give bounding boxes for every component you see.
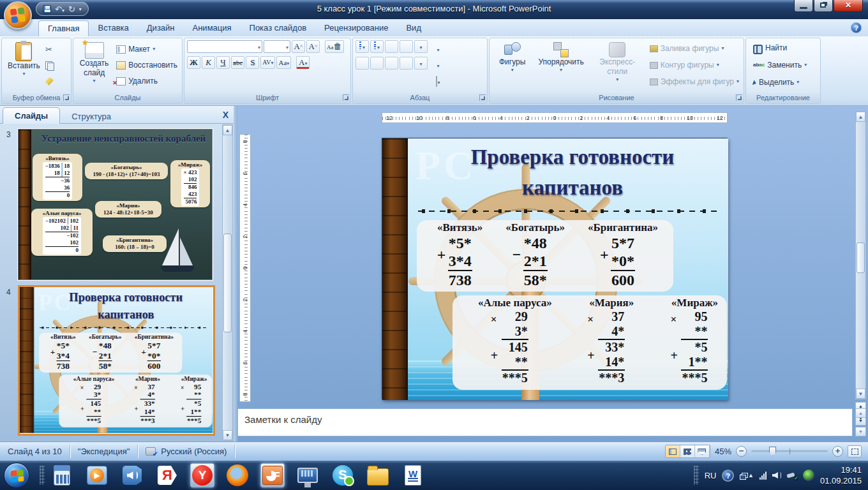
decrease-font-button[interactable]: A˅ <box>306 40 320 53</box>
panel-scroll-up-icon[interactable]: ▲ <box>223 125 232 135</box>
zoom-slider-thumb[interactable] <box>769 447 776 456</box>
slide4-thumbnail[interactable]: РС Проверка готовности капитанов «Витязь… <box>18 285 215 436</box>
clock[interactable]: 19:41 01.09.2015 <box>820 464 864 486</box>
shapes-button[interactable]: Фигуры▾ <box>496 40 528 91</box>
panel-scroll-down-icon[interactable]: ▼ <box>223 430 232 440</box>
notes-area[interactable]: Заметки к слайду <box>237 408 853 436</box>
delete-slide-button[interactable]: Удалить <box>114 77 179 86</box>
layout-button[interactable]: Макет▾ <box>114 45 179 54</box>
italic-button[interactable]: К <box>202 56 215 69</box>
show-hidden-icons[interactable]: ▲ <box>748 472 754 479</box>
tab-design[interactable]: Дизайн <box>138 20 184 36</box>
normal-view-button[interactable] <box>666 445 680 457</box>
taskbar-volume-mixer-icon[interactable] <box>120 463 144 487</box>
tray-grip[interactable] <box>694 466 699 485</box>
arrange-button[interactable]: Упорядочить▾ <box>535 40 587 91</box>
slideshow-button[interactable] <box>695 445 710 457</box>
cut-icon[interactable]: ✂ <box>45 45 54 54</box>
drawing-dialog-launcher-icon[interactable] <box>736 94 742 101</box>
safely-remove-hardware-icon[interactable] <box>787 471 797 479</box>
theme-name[interactable]: "Экспедиция" <box>70 442 138 461</box>
taskbar-media-player-icon[interactable]: ▶ <box>85 463 109 487</box>
editor-scroll-down-icon[interactable]: ▼ <box>856 389 865 399</box>
reset-button[interactable]: Восстановить <box>114 61 179 70</box>
paste-button[interactable]: Вставить▾ <box>4 40 43 91</box>
panel-scrollbar[interactable]: ▲ ▼ <box>222 124 233 441</box>
fit-to-window-button[interactable] <box>848 445 862 457</box>
tab-view[interactable]: Вид <box>397 20 430 36</box>
tab-home[interactable]: Главная <box>38 20 89 36</box>
zoom-in-button[interactable]: + <box>832 446 843 457</box>
quick-styles-button[interactable]: Экспресс-стили▾ <box>594 40 641 91</box>
font-name-combo[interactable]: ▾ <box>187 40 262 53</box>
minimize-button[interactable] <box>794 0 813 12</box>
align-center-button[interactable] <box>370 57 384 70</box>
zoom-out-button[interactable]: − <box>736 446 747 457</box>
align-right-button[interactable] <box>385 57 398 70</box>
underline-button[interactable]: Ч <box>216 56 230 69</box>
taskbar-firefox-icon[interactable] <box>225 463 250 487</box>
slide-sorter-button[interactable] <box>680 445 695 457</box>
decrease-indent-button[interactable] <box>385 40 398 53</box>
text-shadow-button[interactable]: S <box>246 56 259 69</box>
tray-help-icon[interactable]: ? <box>722 470 734 482</box>
replace-button[interactable]: abacЗаменить▾ <box>751 61 818 70</box>
editor-scroll-up-icon[interactable]: ▲ <box>856 112 865 122</box>
text-direction-button[interactable]: ▾ <box>431 43 445 56</box>
help-icon[interactable]: ? <box>851 22 862 33</box>
justify-button[interactable] <box>400 57 413 70</box>
spellcheck-status[interactable]: Русский (Россия) <box>138 442 234 461</box>
notes-scroll-up-icon[interactable]: ▲ <box>855 408 866 418</box>
taskbar-yandex-icon[interactable]: Я <box>155 463 179 487</box>
notes-scroll-down-icon[interactable]: ▼ <box>855 427 866 436</box>
tab-review[interactable]: Рецензирование <box>315 20 397 36</box>
tab-insert[interactable]: Вставка <box>89 20 137 36</box>
find-button[interactable]: Найти <box>751 43 818 53</box>
panel-close-icon[interactable]: X <box>223 110 228 120</box>
slide3-thumbnail[interactable]: Устранение неисправностей кораблей «Витя… <box>18 129 213 280</box>
bold-button[interactable]: Ж <box>187 56 200 69</box>
network-signal-icon[interactable] <box>760 471 767 480</box>
tab-slideshow[interactable]: Показ слайдов <box>241 20 316 36</box>
zoom-level[interactable]: 45% <box>715 447 731 456</box>
taskbar-remote-desktop-icon[interactable] <box>296 463 320 487</box>
tray-app-icon[interactable] <box>803 470 814 481</box>
tray-volume-icon[interactable] <box>772 472 781 479</box>
select-button[interactable]: Выделить▾ <box>751 78 818 87</box>
align-left-button[interactable] <box>355 57 369 70</box>
office-button[interactable] <box>4 1 32 29</box>
shape-fill-button[interactable]: Заливка фигуры▾ <box>648 44 741 54</box>
line-spacing-button[interactable]: ▾ <box>414 40 428 53</box>
format-painter-icon[interactable] <box>45 77 54 85</box>
start-button[interactable] <box>4 463 29 488</box>
taskbar-yandex-browser-icon[interactable]: Y <box>190 463 214 487</box>
bullets-button[interactable]: ▾ <box>355 40 369 53</box>
restore-button[interactable] <box>814 0 833 12</box>
change-case-button[interactable]: Aa▾ <box>276 56 291 69</box>
toolbar-grip[interactable] <box>40 466 45 485</box>
new-slide-button[interactable]: Создать слайд▾ <box>76 40 112 91</box>
font-color-button[interactable]: А▾ <box>296 56 310 69</box>
columns-button[interactable]: ▾ <box>414 57 428 70</box>
character-spacing-button[interactable]: AV▾ <box>260 56 275 69</box>
font-size-combo[interactable]: ▾ <box>264 40 290 53</box>
increase-indent-button[interactable] <box>400 40 413 53</box>
tab-animation[interactable]: Анимация <box>184 20 241 36</box>
increase-font-button[interactable]: A˄ <box>292 40 305 53</box>
editor-scroll-thumb[interactable] <box>857 242 865 273</box>
shape-effects-button[interactable]: Эффекты для фигур▾ <box>648 77 741 87</box>
taskbar-word-icon[interactable]: W <box>401 463 425 487</box>
strikethrough-button[interactable]: abc <box>231 56 244 69</box>
tab-outline[interactable]: Структура <box>60 108 123 124</box>
taskbar-powerpoint-icon[interactable] <box>260 463 285 487</box>
shape-outline-button[interactable]: Контур фигуры▾ <box>648 61 741 70</box>
taskbar-calculator-icon[interactable] <box>50 463 74 487</box>
clipboard-dialog-launcher-icon[interactable] <box>63 94 70 101</box>
clear-formatting-button[interactable]: Aa🗑 <box>325 40 344 53</box>
panel-scroll-thumb[interactable] <box>223 234 232 332</box>
slide-canvas[interactable]: РС Проверка готовности капитанов «Витязь… <box>382 138 728 399</box>
paragraph-dialog-launcher-icon[interactable] <box>479 94 486 101</box>
taskbar-skype-icon[interactable]: S <box>331 463 355 487</box>
tray-windows-icon[interactable]: ▾ <box>740 473 742 478</box>
align-text-button[interactable]: ▾ <box>431 59 445 71</box>
